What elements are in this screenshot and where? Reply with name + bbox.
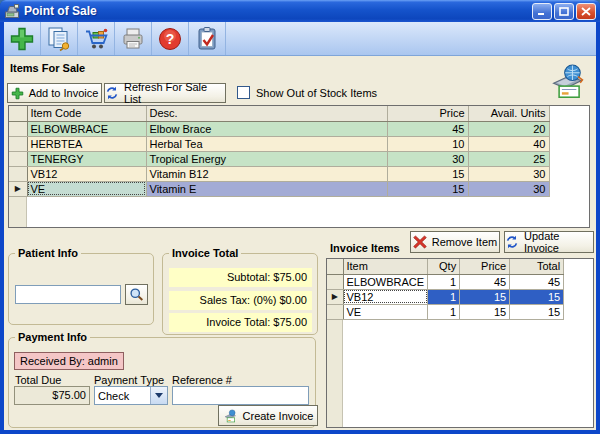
cell-desc[interactable]: Vitamin E [146,181,387,196]
table-row[interactable]: TENERGYTropical Energy3025 [9,151,549,166]
cell-price[interactable]: 15 [460,304,510,319]
svg-text:?: ? [166,31,175,47]
table-row[interactable]: ELBOWBRACEElbow Brace4520 [9,121,549,136]
cell-price[interactable]: 15 [387,166,468,181]
refresh-for-sale-list-label: Refresh For Sale List [124,81,225,105]
patient-search-input[interactable] [15,285,121,304]
cell-desc[interactable]: Herbal Tea [146,136,387,151]
cell-desc[interactable]: Tropical Energy [146,151,387,166]
cell-item[interactable]: VE [343,304,428,319]
cell-item_code[interactable]: VE [27,181,146,196]
row-selector[interactable] [9,136,27,151]
invoice-items-title: Invoice Items [330,242,400,254]
row-selector[interactable]: ▶ [9,181,27,196]
dropdown-button[interactable] [150,387,167,404]
print-icon [120,26,146,52]
cell-avail[interactable]: 25 [468,151,549,166]
cell-avail[interactable]: 20 [468,121,549,136]
cell-total[interactable]: 15 [510,289,564,304]
toolbar-reports-button[interactable] [189,22,226,55]
payment-type-dropdown[interactable]: Check [94,386,168,405]
invoice-total-value: Invoice Total: $75.00 [169,313,312,332]
table-row[interactable]: VE11515 [327,304,564,319]
toolbar-print-button[interactable] [115,22,152,55]
cell-avail[interactable]: 30 [468,166,549,181]
minimize-button[interactable] [532,3,552,20]
cell-qty[interactable]: 1 [428,289,460,304]
table-row[interactable]: VB12Vitamin B121530 [9,166,549,181]
table-row[interactable]: ELBOWBRACE14545 [327,274,564,289]
toolbar-add-button[interactable] [4,22,41,55]
add-to-invoice-label: Add to Invoice [29,87,99,99]
column-header[interactable]: Total [510,259,564,274]
cell-qty[interactable]: 1 [428,274,460,289]
items-for-sale-table: Item CodeDesc.PriceAvail. UnitsELBOWBRAC… [9,106,550,197]
refresh-icon [105,86,119,100]
add-to-invoice-button[interactable]: Add to Invoice [7,83,102,103]
cell-price[interactable]: 10 [387,136,468,151]
cell-price[interactable]: 45 [460,274,510,289]
create-invoice-button[interactable]: Create Invoice [218,405,318,426]
refresh-for-sale-list-button[interactable]: Refresh For Sale List [104,83,226,103]
cell-item[interactable]: VB12 [343,289,428,304]
row-selector[interactable] [9,151,27,166]
column-header[interactable]: Qty [428,259,460,274]
cell-item_code[interactable]: HERBTEA [27,136,146,151]
column-header[interactable]: Item [343,259,428,274]
app-window: Point of Sale [0,0,600,434]
cell-price[interactable]: 15 [460,289,510,304]
row-selector[interactable]: ▶ [327,289,343,304]
cell-qty[interactable]: 1 [428,304,460,319]
cell-item_code[interactable]: VB12 [27,166,146,181]
toolbar-cart-button[interactable] [78,22,115,55]
table-row[interactable]: HERBTEAHerbal Tea1040 [9,136,549,151]
cell-total[interactable]: 15 [510,304,564,319]
update-invoice-label: Update Invoice [524,230,593,254]
row-selector[interactable] [327,274,343,289]
column-header[interactable]: Price [387,106,468,121]
row-header [9,106,27,121]
toolbar-view-invoices-button[interactable] [41,22,78,55]
row-selector[interactable] [9,166,27,181]
cell-avail[interactable]: 40 [468,136,549,151]
cell-total[interactable]: 45 [510,274,564,289]
column-header[interactable]: Item Code [27,106,146,121]
reports-clipboard-icon [194,26,220,52]
remove-item-label: Remove Item [432,236,497,248]
patient-info-group: Patient Info [8,253,154,325]
cell-price[interactable]: 15 [387,181,468,196]
table-row[interactable]: ▶VB1211515 [327,289,564,304]
search-icon [129,287,144,302]
cell-avail[interactable]: 30 [468,181,549,196]
sales-tax-value: Sales Tax: (0%) $0.00 [169,291,312,310]
items-for-sale-grid: Item CodeDesc.PriceAvail. UnitsELBOWBRAC… [8,105,590,228]
reference-input[interactable] [172,386,309,405]
remove-item-button[interactable]: Remove Item [410,231,500,253]
cell-item[interactable]: ELBOWBRACE [343,274,428,289]
cell-price[interactable]: 30 [387,151,468,166]
title-bar[interactable]: Point of Sale [0,0,600,22]
close-button[interactable] [576,3,596,20]
close-icon [581,7,591,16]
column-header[interactable]: Avail. Units [468,106,549,121]
maximize-button[interactable] [554,3,574,20]
show-out-of-stock-checkbox[interactable] [237,86,250,99]
subtotal-value: Subtotal: $75.00 [169,268,312,287]
row-selector[interactable] [9,121,27,136]
cell-item_code[interactable]: TENERGY [27,151,146,166]
update-invoice-button[interactable]: Update Invoice [504,231,594,253]
row-header [327,259,343,274]
cell-desc[interactable]: Elbow Brace [146,121,387,136]
table-row[interactable]: ▶VEVitamin E1530 [9,181,549,196]
patient-search-button[interactable] [125,284,148,305]
cell-price[interactable]: 45 [387,121,468,136]
column-header[interactable]: Price [460,259,510,274]
cell-desc[interactable]: Vitamin B12 [146,166,387,181]
column-header[interactable]: Desc. [146,106,387,121]
total-due-field: $75.00 [14,386,90,405]
row-selector[interactable] [327,304,343,319]
cell-item_code[interactable]: ELBOWBRACE [27,121,146,136]
toolbar-help-button[interactable]: ? [152,22,189,55]
invoice-items-grid: ItemQtyPriceTotalELBOWBRACE14545▶VB12115… [326,258,594,428]
toolbar: ? [4,22,596,56]
